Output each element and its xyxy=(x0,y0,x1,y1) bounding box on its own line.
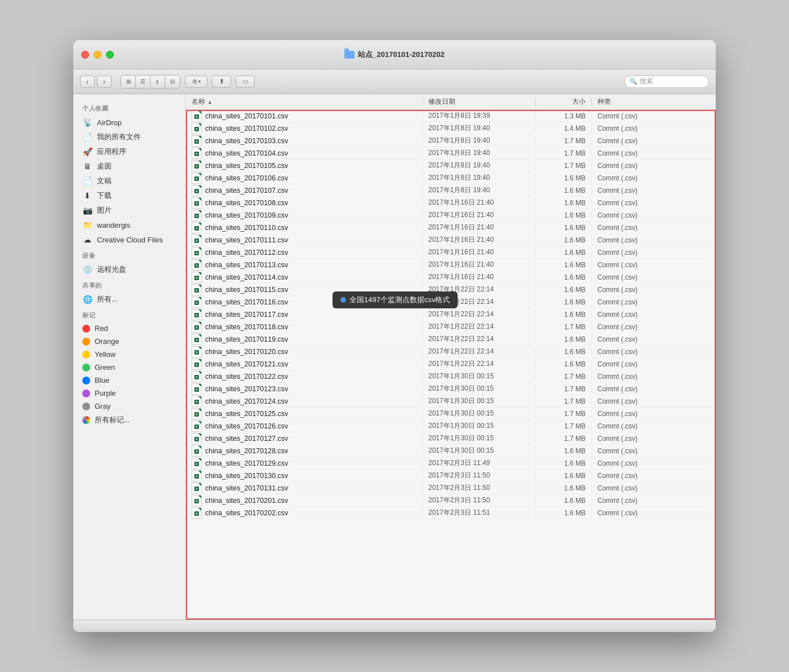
file-kind-cell: Commt (.csv) xyxy=(592,224,716,232)
sidebar-item-tag-purple[interactable]: Purple xyxy=(73,387,185,400)
table-row[interactable]: X china_sites_20170131.csv 2017年2月3日 11:… xyxy=(186,482,716,494)
sidebar-item-documents[interactable]: 📄 文稿 xyxy=(73,174,185,188)
close-button[interactable] xyxy=(81,51,89,59)
table-row[interactable]: X china_sites_20170117.csv 2017年1月22日 22… xyxy=(186,308,716,321)
col-size-header[interactable]: 大小 xyxy=(535,97,592,107)
table-row[interactable]: X china_sites_20170128.csv 2017年1月30日 00… xyxy=(186,445,716,457)
table-row[interactable]: X china_sites_20170103.csv 2017年1月8日 19:… xyxy=(186,135,716,147)
table-row[interactable]: X china_sites_20170110.csv 2017年1月16日 21… xyxy=(186,222,716,234)
forward-button[interactable]: › xyxy=(97,76,112,88)
file-date-cell: 2017年1月16日 21:40 xyxy=(423,235,535,245)
titlebar: 站点_20170101-20170202 xyxy=(73,40,716,69)
table-row[interactable]: X china_sites_20170125.csv 2017年1月30日 00… xyxy=(186,408,716,420)
maximize-button[interactable] xyxy=(106,51,114,59)
col-date-header[interactable]: 修改日期 xyxy=(423,97,535,107)
tooltip-dot xyxy=(340,297,346,303)
search-box[interactable]: 🔍 搜索 xyxy=(624,76,709,88)
file-kind-cell: Commt (.csv) xyxy=(592,187,716,194)
view-options-dropdown[interactable]: ⚙▾ xyxy=(185,76,207,88)
csv-file-icon: X xyxy=(192,321,202,333)
table-row[interactable]: X china_sites_20170119.csv 2017年1月22日 22… xyxy=(186,333,716,346)
sidebar-item-apps[interactable]: 🚀 应用程序 xyxy=(73,144,185,159)
table-row[interactable]: X china_sites_20170122.csv 2017年1月30日 00… xyxy=(186,370,716,383)
table-row[interactable]: X china_sites_20170111.csv 2017年1月16日 21… xyxy=(186,234,716,246)
table-row[interactable]: X china_sites_20170124.csv 2017年1月30日 00… xyxy=(186,395,716,408)
sidebar-section-devices: 设备 💿 远程光盘 xyxy=(73,247,185,277)
csv-file-icon: X xyxy=(192,148,202,159)
creative-cloud-icon: ☁ xyxy=(82,235,92,245)
file-name-cell: X china_sites_20170103.csv xyxy=(186,135,423,147)
sidebar-item-all-tags[interactable]: 所有标记... xyxy=(73,413,185,427)
icon-view-button[interactable]: ⊞ xyxy=(121,76,136,88)
sidebar-item-tag-green[interactable]: Green xyxy=(73,361,185,374)
sidebar-item-tag-red[interactable]: Red xyxy=(73,322,185,335)
table-row[interactable]: X china_sites_20170129.csv 2017年2月3日 11:… xyxy=(186,457,716,470)
file-date-cell: 2017年1月22日 22:14 xyxy=(423,334,535,344)
file-size-cell: 1.6 MB xyxy=(535,224,592,232)
sidebar-item-creative-cloud[interactable]: ☁ Creative Cloud Files xyxy=(73,232,185,247)
table-row[interactable]: X china_sites_20170118.csv 2017年1月22日 22… xyxy=(186,321,716,333)
table-row[interactable]: X china_sites_20170126.csv 2017年1月30日 00… xyxy=(186,420,716,432)
file-name-cell: X china_sites_20170123.csv xyxy=(186,383,423,395)
sidebar-item-wandergis[interactable]: 📁 wandergis xyxy=(73,218,185,232)
file-name-cell: X china_sites_20170201.csv xyxy=(186,495,423,506)
col-kind-header[interactable]: 种类 xyxy=(592,97,716,107)
sidebar-item-downloads[interactable]: ⬇ 下载 xyxy=(73,188,185,203)
table-row[interactable]: X china_sites_20170105.csv 2017年1月8日 19:… xyxy=(186,160,716,172)
tag-red-dot xyxy=(82,325,90,333)
table-row[interactable]: X china_sites_20170109.csv 2017年1月16日 21… xyxy=(186,209,716,222)
sidebar-item-desktop[interactable]: 🖥 桌面 xyxy=(73,159,185,174)
table-row[interactable]: X china_sites_20170123.csv 2017年1月30日 00… xyxy=(186,383,716,395)
file-date-cell: 2017年1月8日 19:40 xyxy=(423,185,535,195)
file-name-cell: X china_sites_20170120.csv xyxy=(186,346,423,357)
table-row[interactable]: X china_sites_20170102.csv 2017年1月8日 19:… xyxy=(186,122,716,135)
file-kind-cell: Commt (.csv) xyxy=(592,261,716,269)
file-name-cell: X china_sites_20170129.csv xyxy=(186,458,423,469)
column-view-button[interactable]: ⫿ xyxy=(150,76,165,88)
file-name-cell: X china_sites_20170202.csv xyxy=(186,507,423,519)
sidebar-item-remote-disc[interactable]: 💿 远程光盘 xyxy=(73,262,185,277)
file-kind-cell: Commt (.csv) xyxy=(592,149,716,157)
sidebar-item-all-shared[interactable]: 🌐 所有... xyxy=(73,292,185,307)
csv-file-icon: X xyxy=(192,123,202,134)
sidebar-item-tag-yellow[interactable]: Yellow xyxy=(73,348,185,361)
table-row[interactable]: X china_sites_20170120.csv 2017年1月22日 22… xyxy=(186,346,716,358)
table-row[interactable]: X china_sites_20170104.csv 2017年1月8日 19:… xyxy=(186,147,716,160)
table-row[interactable]: X china_sites_20170201.csv 2017年2月3日 11:… xyxy=(186,494,716,507)
csv-file-icon: X xyxy=(192,408,202,419)
cover-flow-button[interactable]: ⊟ xyxy=(165,76,180,88)
table-row[interactable]: X china_sites_20170106.csv 2017年1月8日 19:… xyxy=(186,172,716,184)
file-kind-cell: Commt (.csv) xyxy=(592,509,716,517)
table-row[interactable]: X china_sites_20170113.csv 2017年1月16日 21… xyxy=(186,259,716,271)
share-button[interactable]: ⬆ xyxy=(212,76,231,88)
sidebar-item-photos[interactable]: 📷 图片 xyxy=(73,203,185,218)
sidebar-item-airdrop[interactable]: 📡 AirDrop xyxy=(73,115,185,130)
col-name-header[interactable]: 名称 ▲ xyxy=(186,97,423,107)
table-row[interactable]: X china_sites_20170108.csv 2017年1月16日 21… xyxy=(186,197,716,209)
table-row[interactable]: X china_sites_20170121.csv 2017年1月22日 22… xyxy=(186,358,716,370)
tag-button[interactable]: ⬭ xyxy=(236,76,255,88)
airdrop-icon: 📡 xyxy=(82,117,92,127)
minimize-button[interactable] xyxy=(94,51,101,59)
sidebar-item-tag-blue[interactable]: Blue xyxy=(73,374,185,387)
list-view-button[interactable]: ☰ xyxy=(136,76,150,88)
csv-file-icon: X xyxy=(192,297,202,308)
sidebar-item-tag-orange[interactable]: Orange xyxy=(73,335,185,348)
sidebar-item-tag-gray[interactable]: Gray xyxy=(73,400,185,413)
back-button[interactable]: ‹ xyxy=(80,76,95,88)
table-row[interactable]: X china_sites_20170114.csv 2017年1月16日 21… xyxy=(186,271,716,284)
table-row[interactable]: X china_sites_20170202.csv 2017年2月3日 11:… xyxy=(186,507,716,519)
sidebar-item-all-files[interactable]: 📄 我的所有文件 xyxy=(73,130,185,144)
table-row[interactable]: X china_sites_20170112.csv 2017年1月16日 21… xyxy=(186,246,716,259)
file-kind-cell: Commt (.csv) xyxy=(592,137,716,145)
table-row[interactable]: X china_sites_20170101.csv 2017年1月8日 19:… xyxy=(186,110,716,122)
file-name-cell: X china_sites_20170127.csv xyxy=(186,433,423,444)
csv-file-icon: X xyxy=(192,210,202,221)
file-kind-cell: Commt (.csv) xyxy=(592,385,716,393)
table-row[interactable]: X china_sites_20170130.csv 2017年2月3日 11:… xyxy=(186,470,716,482)
table-row[interactable]: X china_sites_20170107.csv 2017年1月8日 19:… xyxy=(186,184,716,197)
table-row[interactable]: X china_sites_20170127.csv 2017年1月30日 00… xyxy=(186,432,716,445)
file-date-cell: 2017年1月22日 22:14 xyxy=(423,322,535,331)
csv-file-icon: X xyxy=(192,507,202,519)
tag-green-dot xyxy=(82,364,90,372)
